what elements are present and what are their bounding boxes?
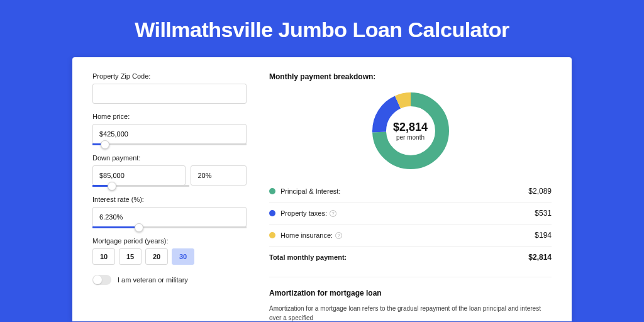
legend-row-insurance: Home insurance:?$194 bbox=[269, 224, 552, 246]
breakdown-title: Monthly payment breakdown: bbox=[269, 72, 552, 87]
down-payment-group: Down payment: bbox=[92, 154, 247, 187]
donut-sub: per month bbox=[396, 134, 425, 141]
toggle-knob bbox=[93, 275, 102, 284]
legend-label: Principal & Interest: bbox=[280, 187, 523, 195]
amortization-body: Amortization for a mortgage loan refers … bbox=[269, 304, 552, 322]
total-value: $2,814 bbox=[528, 253, 552, 262]
legend-dot bbox=[269, 232, 275, 238]
total-label: Total monthly payment: bbox=[269, 253, 528, 262]
donut-chart-wrap: $2,814 per month bbox=[269, 87, 552, 180]
period-label: Mortgage period (years): bbox=[92, 237, 247, 245]
legend-value: $531 bbox=[535, 209, 552, 218]
period-btn-20[interactable]: 20 bbox=[145, 248, 168, 265]
donut-center: $2,814 per month bbox=[370, 90, 452, 172]
page-title: Willmathsville Jumbo Loan Calculator bbox=[0, 0, 644, 57]
legend: Principal & Interest:$2,089Property taxe… bbox=[269, 180, 552, 246]
legend-value: $2,089 bbox=[528, 187, 552, 196]
interest-rate-input[interactable] bbox=[92, 207, 247, 227]
info-icon[interactable]: ? bbox=[330, 210, 336, 217]
inputs-column: Property Zip Code: Home price: Down paym… bbox=[92, 72, 247, 321]
interest-rate-slider-fill bbox=[92, 226, 139, 228]
interest-rate-label: Interest rate (%): bbox=[92, 196, 247, 203]
down-payment-amount-input[interactable] bbox=[92, 165, 186, 186]
zip-label: Property Zip Code: bbox=[92, 72, 247, 80]
legend-value: $194 bbox=[535, 231, 552, 240]
period-btn-30[interactable]: 30 bbox=[172, 248, 194, 265]
period-group: Mortgage period (years): 10152030 bbox=[92, 237, 247, 265]
donut-chart: $2,814 per month bbox=[370, 90, 452, 172]
veteran-label: I am veteran or military bbox=[118, 276, 188, 284]
amortization-section: Amortization for mortgage loan Amortizat… bbox=[269, 277, 552, 322]
info-icon[interactable]: ? bbox=[335, 232, 342, 239]
breakdown-column: Monthly payment breakdown: $2,814 per mo… bbox=[269, 72, 552, 321]
calculator-card: Property Zip Code: Home price: Down paym… bbox=[72, 57, 572, 321]
legend-label: Property taxes:? bbox=[280, 209, 530, 217]
legend-row-principal: Principal & Interest:$2,089 bbox=[269, 180, 552, 202]
home-price-slider[interactable] bbox=[92, 143, 247, 145]
legend-row-taxes: Property taxes:?$531 bbox=[269, 202, 552, 224]
down-payment-slider[interactable] bbox=[92, 185, 189, 187]
legend-label: Home insurance:? bbox=[280, 231, 530, 239]
zip-field-group: Property Zip Code: bbox=[92, 72, 247, 104]
zip-input[interactable] bbox=[92, 84, 247, 104]
legend-dot bbox=[269, 210, 275, 216]
slider-handle[interactable] bbox=[108, 182, 116, 191]
legend-dot bbox=[269, 188, 275, 194]
amortization-title: Amortization for mortgage loan bbox=[269, 289, 552, 297]
interest-rate-group: Interest rate (%): bbox=[92, 196, 247, 228]
interest-rate-slider[interactable] bbox=[92, 226, 247, 228]
slider-handle[interactable] bbox=[135, 223, 143, 232]
down-payment-percent-input[interactable] bbox=[191, 165, 247, 186]
period-btn-10[interactable]: 10 bbox=[92, 248, 115, 265]
home-price-group: Home price: bbox=[92, 113, 247, 145]
home-price-label: Home price: bbox=[92, 113, 247, 120]
slider-handle[interactable] bbox=[101, 140, 109, 149]
home-price-input[interactable] bbox=[92, 124, 247, 144]
donut-amount: $2,814 bbox=[393, 121, 428, 134]
period-btn-15[interactable]: 15 bbox=[119, 248, 142, 265]
veteran-row: I am veteran or military bbox=[92, 275, 247, 285]
total-row: Total monthly payment: $2,814 bbox=[269, 246, 552, 268]
down-payment-label: Down payment: bbox=[92, 154, 247, 162]
veteran-toggle[interactable] bbox=[92, 275, 111, 285]
period-options: 10152030 bbox=[92, 248, 247, 265]
